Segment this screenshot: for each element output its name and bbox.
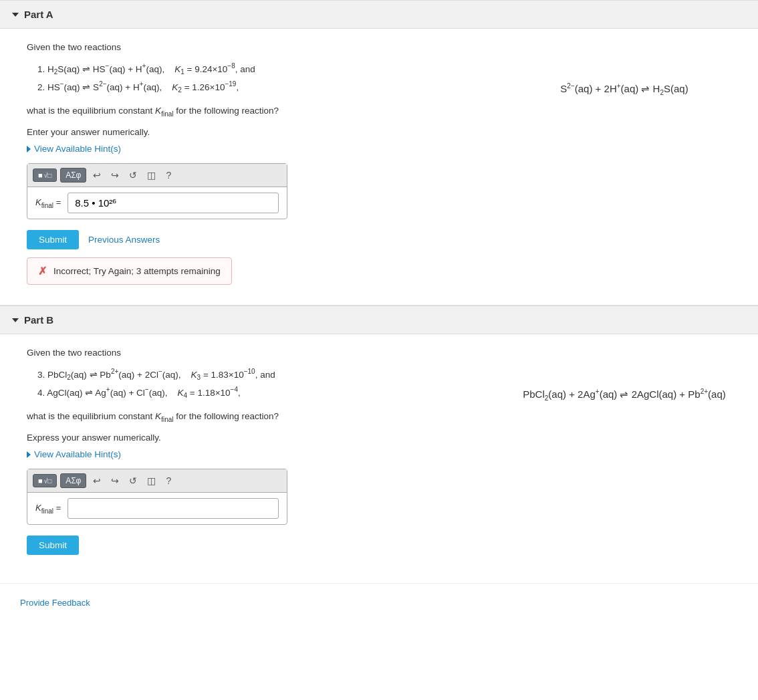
- part-b-hint-link[interactable]: View Available Hint(s): [27, 449, 497, 459]
- page-container: Part A Given the two reactions 1. H2S(aq…: [0, 0, 758, 700]
- part-b-reaction-equation: PbCl2(aq) + 2Ag+(aq) ⇌ 2AgCl(aq) + Pb2+(…: [523, 388, 725, 402]
- part-b-toggle-icon: [12, 318, 19, 322]
- part-b-equation-display: PbCl2(aq) + 2Ag+(aq) ⇌ 2AgCl(aq) + Pb2+(…: [511, 348, 738, 563]
- part-a-equation-display: S2−(aq) + 2H+(aq) ⇌ H2S(aq): [511, 42, 738, 285]
- part-b-hint-icon: [27, 451, 31, 458]
- part-a-instruction: Enter your answer numerically.: [27, 127, 497, 137]
- part-a-keyboard-icon: ◫: [147, 170, 156, 181]
- part-a-hint-link[interactable]: View Available Hint(s): [27, 144, 497, 154]
- part-a-redo-btn[interactable]: ↪: [108, 168, 122, 182]
- part-a-submit-button[interactable]: Submit: [27, 230, 79, 249]
- feedback-link[interactable]: Provide Feedback: [20, 598, 90, 608]
- part-b-reactions: 3. PbCl2(aq) ⇌ Pb2+(aq) + 2Cl−(aq), K3 =…: [27, 366, 497, 402]
- part-a-reset-icon: ↺: [129, 170, 137, 181]
- part-b-redo-btn[interactable]: ↪: [108, 474, 122, 487]
- part-a-keyboard-btn[interactable]: ◫: [144, 168, 159, 182]
- part-b-input-row: Kfinal =: [27, 493, 287, 524]
- part-a-input-row: Kfinal =: [27, 187, 287, 219]
- part-b-submit-button[interactable]: Submit: [27, 536, 79, 555]
- part-a-toggle-icon: [12, 13, 19, 17]
- part-b-left: Given the two reactions 3. PbCl2(aq) ⇌ P…: [27, 348, 497, 563]
- part-b-redo-icon: ↪: [111, 475, 119, 486]
- part-a-title: Part A: [24, 9, 53, 20]
- part-b-answer-input[interactable]: [68, 498, 279, 519]
- part-a-header[interactable]: Part A: [0, 1, 758, 29]
- part-b-body-wrapper: Given the two reactions 3. PbCl2(aq) ⇌ P…: [0, 334, 758, 583]
- part-a-toolbar-symbols-btn[interactable]: AΣφ: [60, 168, 86, 183]
- part-a-toolbar: ■√□ AΣφ ↩ ↪ ↺: [27, 164, 287, 187]
- part-b-header[interactable]: Part B: [0, 306, 758, 334]
- part-a-hint-label: View Available Hint(s): [34, 144, 121, 154]
- part-a-input-label: Kfinal =: [35, 197, 61, 209]
- part-b-reset-icon: ↺: [129, 475, 137, 486]
- part-b-toolbar-matrix-btn[interactable]: ■√□: [33, 474, 57, 487]
- part-b-symbols-label: AΣφ: [66, 476, 81, 485]
- part-a-hint-icon: [27, 146, 31, 152]
- part-b-toolbar-symbols-btn[interactable]: AΣφ: [60, 473, 86, 488]
- part-a-redo-icon: ↪: [111, 170, 119, 181]
- part-b-section: Part B Given the two reactions 3. PbCl2(…: [0, 305, 758, 583]
- part-a-incorrect-box: ✗ Incorrect; Try Again; 3 attempts remai…: [27, 257, 232, 285]
- part-a-toolbar-matrix-btn[interactable]: ■√□: [33, 168, 57, 182]
- part-a-section: Part A Given the two reactions 1. H2S(aq…: [0, 0, 758, 305]
- part-a-left: Given the two reactions 1. H2S(aq) ⇌ HS−…: [27, 42, 497, 285]
- part-b-help-btn[interactable]: ?: [162, 474, 174, 487]
- part-b-given-label: Given the two reactions: [27, 348, 497, 358]
- part-a-given-label: Given the two reactions: [27, 42, 497, 52]
- part-a-reaction-1: 1. H2S(aq) ⇌ HS−(aq) + H+(aq), K1 = 9.24…: [37, 60, 497, 78]
- part-b-undo-icon: ↩: [93, 475, 101, 486]
- footer: Provide Feedback: [0, 583, 758, 621]
- part-b-inner-body: Given the two reactions 3. PbCl2(aq) ⇌ P…: [0, 334, 758, 583]
- part-b-undo-btn[interactable]: ↩: [90, 474, 104, 487]
- part-a-reaction-equation: S2−(aq) + 2H+(aq) ⇌ H2S(aq): [560, 82, 688, 96]
- part-a-undo-icon: ↩: [93, 170, 101, 181]
- part-b-reaction-3: 3. PbCl2(aq) ⇌ Pb2+(aq) + 2Cl−(aq), K3 =…: [37, 366, 497, 384]
- part-b-help-icon: ?: [166, 475, 171, 486]
- part-b-keyboard-btn[interactable]: ◫: [144, 474, 159, 487]
- part-a-undo-btn[interactable]: ↩: [90, 168, 104, 182]
- part-a-symbols-label: AΣφ: [66, 170, 81, 180]
- part-a-reaction-2: 2. HS−(aq) ⇌ S2−(aq) + H+(aq), K2 = 1.26…: [37, 78, 497, 96]
- part-a-answer-input[interactable]: [68, 193, 279, 213]
- part-b-math-input-box: ■√□ AΣφ ↩ ↪ ↺: [27, 469, 287, 525]
- part-b-hint-label: View Available Hint(s): [34, 449, 121, 459]
- part-a-math-input-box: ■√□ AΣφ ↩ ↪ ↺: [27, 163, 287, 219]
- part-a-help-icon: ?: [166, 170, 171, 181]
- part-b-action-row: Submit: [27, 536, 497, 555]
- part-a-body: Given the two reactions 1. H2S(aq) ⇌ HS−…: [0, 29, 758, 305]
- part-b-input-label: Kfinal =: [35, 503, 61, 515]
- part-a-reset-btn[interactable]: ↺: [126, 168, 140, 182]
- part-b-title: Part B: [24, 314, 53, 326]
- part-a-prev-answers-link[interactable]: Previous Answers: [88, 235, 160, 245]
- part-a-incorrect-msg: Incorrect; Try Again; 3 attempts remaini…: [53, 266, 221, 276]
- part-b-keyboard-icon: ◫: [147, 475, 156, 486]
- part-b-toolbar: ■√□ AΣφ ↩ ↪ ↺: [27, 469, 287, 493]
- part-a-help-btn[interactable]: ?: [162, 168, 174, 182]
- part-a-question: what is the equilibrium constant Kfinal …: [27, 106, 497, 118]
- part-b-reset-btn[interactable]: ↺: [126, 474, 140, 487]
- part-a-reactions: 1. H2S(aq) ⇌ HS−(aq) + H+(aq), K1 = 9.24…: [27, 60, 497, 96]
- part-b-instruction: Express your answer numerically.: [27, 433, 497, 443]
- part-b-question: what is the equilibrium constant Kfinal …: [27, 411, 497, 423]
- part-a-action-row: Submit Previous Answers: [27, 230, 497, 249]
- part-a-incorrect-icon: ✗: [38, 265, 47, 277]
- part-b-reaction-4: 4. AgCl(aq) ⇌ Ag+(aq) + Cl−(aq), K4 = 1.…: [37, 384, 497, 402]
